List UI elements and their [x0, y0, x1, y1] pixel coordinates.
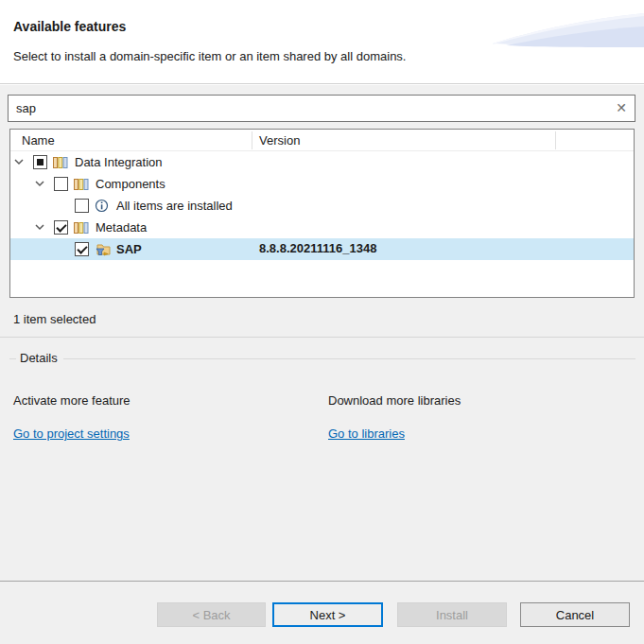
- go-to-project-settings-link[interactable]: Go to project settings: [13, 426, 130, 441]
- checkbox-checked[interactable]: [54, 220, 68, 235]
- clear-search-icon[interactable]: ✕: [608, 96, 635, 121]
- group-border: [63, 358, 635, 359]
- download-libraries-label: Download more libraries: [328, 393, 461, 408]
- page-subtitle: Select to install a domain-specific item…: [13, 49, 406, 63]
- tree-item-label: Metadata: [96, 220, 147, 235]
- table-header: Name Version: [10, 130, 634, 151]
- column-divider[interactable]: [252, 131, 252, 149]
- back-button: < Back: [157, 602, 266, 627]
- chevron-down-icon[interactable]: [35, 181, 44, 187]
- activate-feature-label: Activate more feature: [13, 393, 131, 408]
- tree-row-sap[interactable]: SAP 8.8.8.20211116_1348: [10, 238, 634, 260]
- feature-bars-icon: [53, 155, 70, 170]
- search-input[interactable]: [9, 101, 608, 115]
- sap-folder-icon: [95, 242, 112, 257]
- dialog-button-bar: < Back Next > Install Cancel: [0, 581, 644, 644]
- tree-item-label: Components: [96, 177, 165, 191]
- tree-row-metadata[interactable]: Metadata: [10, 217, 634, 238]
- info-icon: [95, 199, 112, 214]
- feature-bars-icon: [74, 220, 91, 235]
- page-title: Available features: [13, 19, 126, 34]
- tree-row-data-integration[interactable]: Data Integration: [10, 151, 634, 173]
- wizard-banner: Available features Select to install a d…: [0, 0, 644, 84]
- column-divider[interactable]: [555, 131, 556, 149]
- chevron-down-icon[interactable]: [14, 159, 24, 165]
- selection-status: 1 item selected: [13, 312, 96, 326]
- feature-bars-icon: [74, 177, 91, 192]
- group-border: [9, 358, 16, 359]
- checkbox-unchecked[interactable]: [54, 177, 68, 191]
- next-button[interactable]: Next >: [272, 602, 383, 627]
- tree-item-label: SAP: [116, 242, 142, 256]
- details-group: Details: [9, 350, 635, 365]
- checkbox-checked[interactable]: [75, 242, 89, 256]
- feature-filter-field[interactable]: ✕: [8, 95, 635, 122]
- chevron-down-icon[interactable]: [35, 224, 44, 231]
- details-group-label: Details: [16, 351, 63, 365]
- tree-row-components[interactable]: Components: [10, 173, 634, 195]
- separator: [0, 337, 644, 338]
- tree-item-label: All items are installed: [116, 199, 233, 213]
- checkbox-unchecked[interactable]: [75, 199, 89, 213]
- features-tree-table: Name Version Data Integration: [9, 129, 635, 298]
- cancel-button[interactable]: Cancel: [520, 602, 630, 627]
- tree-item-label: Data Integration: [75, 155, 163, 169]
- banner-swoosh-decoration: [493, 4, 644, 49]
- column-header-name[interactable]: Name: [22, 133, 55, 148]
- tree-row-all-items-installed[interactable]: All items are installed: [10, 195, 634, 217]
- checkbox-partial[interactable]: [33, 155, 47, 169]
- install-button: Install: [397, 602, 507, 627]
- dialog-content: ✕ Name Version Dat: [0, 85, 644, 581]
- go-to-libraries-link[interactable]: Go to libraries: [328, 426, 405, 441]
- tree-item-version: 8.8.8.20211116_1348: [259, 241, 376, 255]
- column-header-version[interactable]: Version: [259, 133, 300, 148]
